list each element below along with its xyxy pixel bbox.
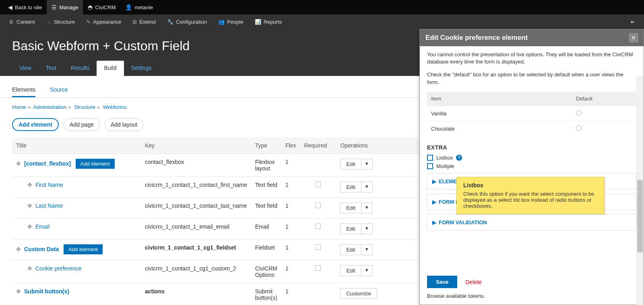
edit-dropdown-toggle[interactable]: ▼ [361, 223, 373, 234]
panel-footer: Save Delete [420, 271, 644, 293]
element-title-link[interactable]: First Name [35, 182, 63, 188]
add-element-button[interactable]: Add element [12, 118, 59, 131]
add-child-element-button[interactable]: Add element [76, 159, 115, 169]
drag-handle-icon[interactable]: ✥ [16, 160, 21, 167]
subtab-elements[interactable]: Elements [12, 83, 35, 97]
drag-handle-icon[interactable]: ✥ [27, 265, 32, 272]
edit-dropdown-toggle[interactable]: ▼ [361, 244, 373, 255]
help-icon[interactable]: ? [456, 155, 462, 161]
menu-reports[interactable]: 📊Reports [249, 14, 288, 29]
listbox-label: Listbox [436, 155, 453, 161]
extra-heading: EXTRA [427, 144, 636, 151]
option-row: Vanilla [427, 106, 636, 121]
admin-toolbar-top: ◀Back to site ☰Manage ◓CiviCRM 👤melanie [0, 0, 644, 14]
required-checkbox[interactable] [315, 244, 321, 250]
breadcrumb-webforms[interactable]: Webforms [103, 104, 127, 110]
col-key: Key [141, 137, 251, 154]
subtab-source[interactable]: Source [50, 83, 68, 97]
document-icon: 🗎 [9, 19, 14, 25]
options-table: Item Default Vanilla Chocolate [427, 92, 636, 136]
element-title-link[interactable]: Email [35, 223, 50, 230]
menu-appearance[interactable]: ✎Appearance [80, 14, 127, 29]
required-checkbox[interactable] [315, 203, 321, 208]
edit-dropdown-toggle[interactable]: ▼ [361, 203, 373, 213]
element-title-link[interactable]: Custom Data [24, 246, 59, 252]
edit-dropdown-toggle[interactable]: ▼ [361, 182, 373, 192]
tab-view[interactable]: View [12, 61, 39, 76]
civicrm-menu[interactable]: ◓CiviCRM [83, 0, 120, 14]
breadcrumb-home[interactable]: Home [12, 104, 26, 110]
default-radio[interactable] [576, 110, 582, 116]
close-panel-button[interactable]: ✕ [629, 33, 638, 42]
edit-element-panel: Edit Cookie preference element ✕ You can… [419, 29, 644, 305]
edit-dropdown-toggle[interactable]: ▼ [361, 159, 373, 170]
col-flex: Flex [281, 137, 300, 154]
edit-button[interactable]: Edit [340, 182, 361, 192]
opt-col-default: Default [572, 92, 636, 106]
element-title-link[interactable]: Submit button(s) [24, 288, 69, 295]
customize-button[interactable]: Customize [340, 288, 377, 299]
add-child-element-button[interactable]: Add element [64, 244, 103, 254]
listbox-checkbox[interactable] [427, 155, 433, 161]
panel-save-button[interactable]: Save [427, 276, 457, 288]
chart-icon: 📊 [255, 19, 261, 25]
edit-button[interactable]: Edit [340, 265, 361, 276]
tab-test[interactable]: Test [39, 61, 64, 76]
breadcrumb-structure[interactable]: Structure [74, 104, 95, 110]
menu-structure[interactable]: ⛬Structure [41, 14, 81, 29]
chevron-left-icon: ◀ [8, 4, 12, 10]
element-title-link[interactable]: Last Name [35, 203, 63, 209]
browse-tokens-link[interactable]: Browse available tokens. [420, 293, 644, 305]
drag-handle-icon[interactable]: ✥ [27, 223, 32, 230]
edit-button[interactable]: Edit [340, 159, 361, 170]
puzzle-icon: ⊞ [132, 19, 137, 25]
menu-extend[interactable]: ⊞Extend [127, 14, 161, 29]
wrench-icon: 🔧 [167, 19, 173, 25]
toolbar-orientation-toggle[interactable]: ⇤ [625, 14, 641, 29]
tooltip-title: Listbox [463, 182, 598, 188]
menu-configuration[interactable]: 🔧Configuration [161, 14, 213, 29]
tab-settings[interactable]: Settings [124, 61, 159, 76]
multiple-checkbox[interactable] [427, 163, 433, 169]
manage-menu[interactable]: ☰Manage [47, 0, 83, 14]
listbox-option-row: Listbox ? [427, 155, 636, 161]
add-layout-button[interactable]: Add layout [105, 118, 143, 131]
tab-results[interactable]: Results [64, 61, 97, 76]
panel-info-2: Check the "default" box for an option to… [427, 71, 636, 86]
opt-col-item: Item [427, 92, 572, 106]
required-checkbox[interactable] [315, 182, 321, 187]
required-checkbox[interactable] [315, 265, 321, 271]
edit-button[interactable]: Edit [340, 203, 361, 213]
edit-button[interactable]: Edit [340, 244, 361, 255]
back-to-site[interactable]: ◀Back to site [3, 0, 47, 14]
edit-button[interactable]: Edit [340, 223, 361, 234]
section-form-validation[interactable]: ▶FORM VALIDATION [427, 214, 636, 231]
panel-delete-link[interactable]: Delete [465, 279, 481, 285]
menu-people[interactable]: 👥People [213, 14, 249, 29]
drag-handle-icon[interactable]: ✥ [27, 203, 32, 209]
panel-info-1: You cannot control the presentation of l… [427, 51, 636, 66]
drag-handle-icon[interactable]: ✥ [16, 246, 21, 252]
listbox-tooltip: Listbox Check this option if you want th… [456, 177, 605, 214]
col-title: Title [12, 137, 141, 154]
panel-body[interactable]: You cannot control the presentation of l… [420, 46, 644, 271]
tooltip-body: Check this option if you want the select… [463, 191, 598, 209]
drag-handle-icon[interactable]: ✥ [27, 182, 32, 188]
user-menu[interactable]: 👤melanie [120, 0, 158, 14]
breadcrumb-administration[interactable]: Administration [33, 104, 66, 110]
element-title-link[interactable]: [contact_flexbox] [24, 160, 71, 167]
element-title-link[interactable]: Cookie preference [35, 265, 81, 272]
required-checkbox[interactable] [315, 223, 321, 229]
drag-handle-icon[interactable]: ✥ [16, 288, 21, 295]
col-type: Type [251, 137, 281, 154]
user-icon: 👤 [125, 4, 132, 10]
panel-header: Edit Cookie preference element ✕ [420, 29, 644, 46]
add-page-button[interactable]: Add page [64, 118, 100, 131]
menu-content[interactable]: 🗎Content [3, 14, 41, 29]
triangle-right-icon: ▶ [432, 199, 436, 205]
tab-build[interactable]: Build [97, 61, 124, 76]
triangle-right-icon: ▶ [432, 219, 436, 225]
edit-dropdown-toggle[interactable]: ▼ [361, 265, 373, 276]
panel-scrollbar[interactable] [636, 76, 644, 305]
default-radio[interactable] [576, 125, 582, 131]
